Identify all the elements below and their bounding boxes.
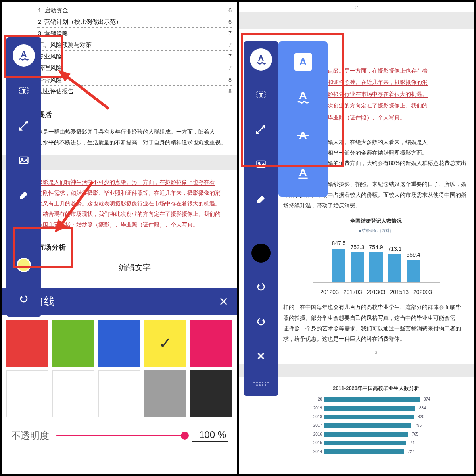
svg-text:T: T (22, 88, 25, 93)
color-swatch[interactable] (6, 370, 48, 417)
opacity-slider[interactable] (56, 435, 185, 436)
annotation-toolbar: A T (6, 37, 41, 317)
undo-button[interactable] (13, 287, 35, 309)
svg-text:A: A (21, 50, 27, 59)
text-annotate-tool[interactable]: A (13, 44, 35, 67)
color-swatch[interactable] (144, 370, 186, 417)
highlighted-paragraph: 摄影是人们精神生活中不可少的点缀。另一方面，在摄影摄像上也存在着的刚性需求，如婚… (37, 177, 232, 230)
toc-row: 2. 营销计划（按比例做出示范）6 (37, 16, 232, 28)
page-number: 3 (283, 348, 469, 357)
image-tool[interactable] (13, 149, 35, 171)
annotation-toolbar: A T ✕ (244, 41, 278, 396)
svg-text:A: A (299, 166, 307, 178)
color-swatch[interactable] (190, 370, 232, 417)
chart-legend: ■ 结婚登记（万对） (283, 227, 469, 234)
color-indicator[interactable] (14, 255, 33, 274)
paragraph: 像是一群由热爱摄影并且具有多年行业经验的人群组成。一方面，随着人 活水平的不断进… (37, 127, 232, 148)
strikethrough-style[interactable]: A (292, 125, 314, 147)
wavy-underline-style[interactable]: A (292, 86, 314, 109)
color-swatch[interactable] (190, 320, 232, 367)
toc-row: 创业评估报告8 (37, 86, 232, 97)
svg-text:A: A (258, 54, 264, 63)
toc-row: 经营风险8 (37, 74, 232, 86)
toc: 1. 启动资金62. 营销计划（按比例做出示范）63. 营销策略7五、风险预测与… (37, 5, 232, 97)
chart-title-1: 全国结婚登记人数情况 (283, 216, 469, 226)
opacity-control: 不透明度 100 % (2, 422, 237, 454)
image-tool[interactable] (250, 153, 272, 175)
color-swatch[interactable] (52, 370, 94, 417)
eraser-tool[interactable] (13, 184, 35, 206)
svg-text:T: T (259, 92, 262, 97)
close-icon[interactable]: ✕ (219, 295, 228, 309)
toc-row: 管理风险7 (37, 62, 232, 74)
svg-text:A: A (299, 90, 307, 101)
redo-button[interactable] (250, 310, 272, 332)
color-swatch[interactable] (52, 320, 94, 367)
bar-chart-2: 2087420198342018820201779520167652015749… (309, 395, 443, 455)
text-annotate-tool[interactable]: A (250, 48, 272, 71)
line-tool[interactable] (250, 118, 272, 140)
heading-market: 市场分析 (37, 241, 232, 253)
color-indicator[interactable] (251, 244, 271, 263)
textbox-tool[interactable]: T (13, 79, 35, 102)
paragraph: 样的，在中国每年也会有几百万的高校毕业学生。这部分的群体会面临毕照的拍摄。部分学… (283, 302, 469, 344)
toc-row: 五、风险预测与对策7 (37, 39, 232, 51)
undo-button[interactable] (250, 275, 272, 298)
document-content: 1. 启动资金62. 营销计划（按比例做出示范）63. 营销策略7五、风险预测与… (37, 5, 232, 274)
left-screenshot: 1. 启动资金62. 营销计划（按比例做出示范）63. 营销策略7五、风险预测与… (2, 2, 239, 474)
right-screenshot: 2 神生活必不可少的点缀。另一方面，在摄影摄像上也存在着婚纱摄影、毕业照和证件照… (239, 2, 474, 474)
toc-row: 1. 启动资金6 (37, 5, 232, 16)
color-swatch[interactable] (98, 320, 140, 367)
heading-summary: 概括 (37, 108, 232, 121)
close-toolbar-button[interactable]: ✕ (250, 345, 272, 367)
chart-title-2: 2011-2020年中国高校毕业生人数分析 (283, 384, 469, 393)
color-swatches (2, 315, 237, 422)
bar-chart-1: 847.5753.3754.9713.1559.4 (313, 237, 440, 283)
opacity-value[interactable]: 100 % (192, 429, 228, 442)
drag-handle-icon[interactable] (253, 382, 269, 385)
toc-row: 3. 营销策略7 (37, 28, 232, 39)
color-swatch[interactable] (144, 320, 186, 367)
color-swatch[interactable] (98, 370, 140, 417)
line-tool[interactable] (13, 114, 35, 136)
color-swatch[interactable] (6, 320, 48, 367)
textbox-tool[interactable]: T (250, 83, 272, 106)
opacity-label: 不透明度 (11, 429, 49, 442)
page-number: 2 (239, 5, 474, 10)
edit-text-label: 编辑文字 (37, 260, 232, 274)
toc-row: 专业风险7 (37, 51, 232, 62)
bar-chart-1-xaxis: 201203201703201303201513202003 (313, 287, 440, 298)
eraser-tool[interactable] (250, 188, 272, 210)
highlight-box-style[interactable]: A (294, 53, 312, 71)
text-style-submenu: A A A A (278, 41, 328, 197)
underline-style[interactable]: A (292, 163, 314, 185)
